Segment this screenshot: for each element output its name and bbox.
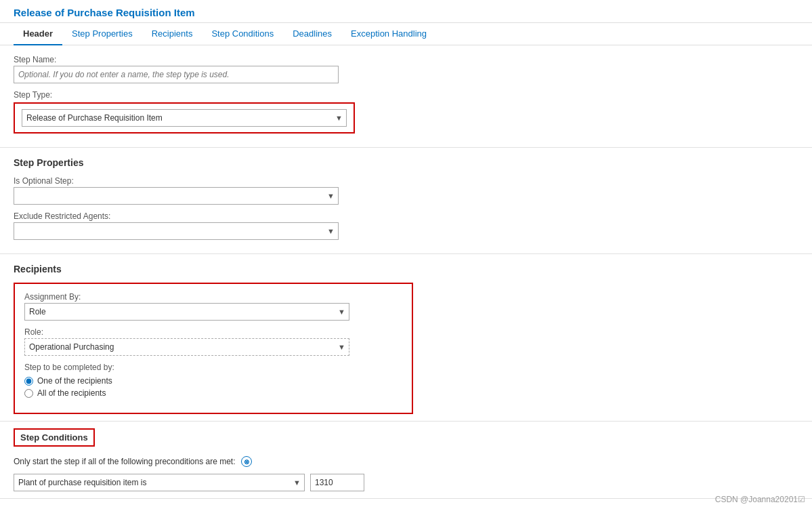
complete-by-label: Step to be completed by:: [24, 363, 402, 372]
step-name-label: Step Name:: [14, 55, 798, 64]
step-type-highlight-box: Release of Purchase Requisition Item ▼: [14, 102, 355, 134]
radio-group: One of the recipients All of the recipie…: [24, 376, 402, 398]
exclude-restricted-group: Exclude Restricted Agents: ▼: [14, 211, 798, 240]
condition-row: Plant of purchase requisition item is ▼: [14, 474, 798, 491]
role-group: Role: Operational Purchasing ▼: [24, 327, 402, 356]
step-conditions-title-box: Step Conditions: [14, 428, 95, 447]
is-optional-select-wrapper: ▼: [14, 187, 339, 205]
step-type-select[interactable]: Release of Purchase Requisition Item: [22, 109, 347, 127]
recipients-section: Recipients Assignment By: Role ▼ Role: O…: [0, 254, 812, 422]
exclude-restricted-label: Exclude Restricted Agents:: [14, 211, 798, 221]
tab-recipients[interactable]: Recipients: [142, 23, 202, 45]
condition-field-select-wrapper: Plant of purchase requisition item is ▼: [14, 474, 305, 491]
radio-one-recipient-input[interactable]: [24, 377, 33, 386]
preconditions-row: Only start the step if all of the follow…: [14, 456, 798, 467]
role-select-wrapper: Operational Purchasing ▼: [24, 338, 349, 356]
page-title: Release of Purchase Requisition Item: [14, 7, 195, 18]
tab-deadlines[interactable]: Deadlines: [283, 23, 341, 45]
radio-all-recipients: All of the recipients: [24, 388, 402, 398]
assignment-by-select[interactable]: Role: [24, 303, 349, 321]
watermark: CSDN @Joanna20201☑: [715, 495, 805, 504]
step-type-group: Step Type: Release of Purchase Requisiti…: [14, 90, 798, 134]
condition-field-select[interactable]: Plant of purchase requisition item is: [14, 474, 305, 491]
is-optional-label: Is Optional Step:: [14, 176, 798, 186]
main-content: Step Name: Step Type: Release of Purchas…: [0, 45, 812, 499]
assignment-by-group: Assignment By: Role ▼: [24, 292, 402, 321]
step-conditions-section: Step Conditions Only start the step if a…: [0, 422, 812, 499]
role-label: Role:: [24, 327, 402, 337]
is-optional-group: Is Optional Step: ▼: [14, 176, 798, 205]
tab-bar: Header Step Properties Recipients Step C…: [0, 23, 812, 45]
radio-one-recipient: One of the recipients: [24, 376, 402, 386]
recipients-highlight-box: Assignment By: Role ▼ Role: Operational …: [14, 283, 413, 414]
assignment-by-label: Assignment By:: [24, 292, 402, 302]
complete-by-group: Step to be completed by: One of the reci…: [24, 363, 402, 398]
condition-value-input[interactable]: [310, 474, 364, 491]
radio-one-recipient-label: One of the recipients: [37, 376, 112, 386]
step-name-input[interactable]: [14, 66, 339, 83]
exclude-restricted-select[interactable]: [14, 222, 339, 240]
tab-step-properties[interactable]: Step Properties: [62, 23, 142, 45]
radio-all-recipients-label: All of the recipients: [37, 388, 106, 398]
tab-step-conditions[interactable]: Step Conditions: [202, 23, 283, 45]
header-section: Step Name: Step Type: Release of Purchas…: [0, 45, 812, 148]
tab-exception-handling[interactable]: Exception Handling: [341, 23, 436, 45]
assignment-by-select-wrapper: Role ▼: [24, 303, 349, 321]
step-type-label: Step Type:: [14, 90, 798, 100]
tab-header[interactable]: Header: [14, 23, 62, 45]
page-header: Release of Purchase Requisition Item: [0, 0, 812, 23]
step-properties-section: Step Properties Is Optional Step: ▼ Excl…: [0, 148, 812, 254]
role-select[interactable]: Operational Purchasing: [24, 338, 349, 356]
step-name-group: Step Name:: [14, 55, 798, 83]
radio-all-recipients-input[interactable]: [24, 389, 33, 398]
exclude-restricted-select-wrapper: ▼: [14, 222, 339, 240]
preconditions-info-icon[interactable]: ⊗: [241, 456, 252, 467]
preconditions-label: Only start the step if all of the follow…: [14, 457, 236, 466]
is-optional-select[interactable]: [14, 187, 339, 205]
step-conditions-title: Step Conditions: [20, 432, 88, 443]
step-type-select-wrapper: Release of Purchase Requisition Item ▼: [22, 109, 347, 127]
recipients-title: Recipients: [14, 264, 798, 274]
step-properties-title: Step Properties: [14, 157, 798, 168]
